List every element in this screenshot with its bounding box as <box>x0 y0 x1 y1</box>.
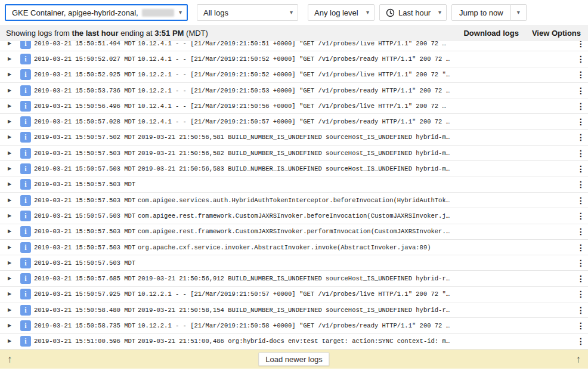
log-row[interactable]: ▶ i 2019-03-21 15:50:57.503 MDT com.apig… <box>0 224 588 240</box>
log-timestamp: 2019-03-21 15:50:57.685 MDT <box>34 275 138 282</box>
log-row[interactable]: ▶ i 2019-03-21 15:50:52.027 MDT 10.12.4.… <box>0 51 588 67</box>
status-end-time: 3:51 PM <box>154 29 184 38</box>
log-timestamp: 2019-03-21 15:50:57.503 MDT <box>34 212 138 220</box>
kebab-menu-icon[interactable]: ⋮ <box>574 321 588 330</box>
jump-to-now-button[interactable]: Jump to now <box>451 4 511 21</box>
info-severity-icon: i <box>20 41 31 49</box>
expand-arrow-icon[interactable]: ▶ <box>8 135 13 140</box>
expand-arrow-icon[interactable]: ▶ <box>8 182 13 187</box>
log-message: 2019-03-21 21:50:56,583 BUILD_NUMBER_IS_… <box>138 165 574 172</box>
info-severity-icon: i <box>20 179 31 190</box>
expand-arrow-icon[interactable]: ▶ <box>8 339 13 344</box>
kebab-menu-icon[interactable]: ⋮ <box>574 196 588 205</box>
log-name-dropdown[interactable]: All logs ▾ <box>197 4 298 21</box>
expand-arrow-icon[interactable]: ▶ <box>8 104 13 109</box>
view-options-button[interactable]: View Options <box>532 29 581 38</box>
kebab-menu-icon[interactable]: ⋮ <box>574 132 588 142</box>
kebab-menu-icon[interactable]: ⋮ <box>574 289 588 299</box>
expand-arrow-icon[interactable]: ▶ <box>8 57 13 61</box>
log-row[interactable]: ▶ i 2019-03-21 15:50:58.480 MDT 2019-03-… <box>0 302 588 318</box>
expand-arrow-icon[interactable]: ▶ <box>8 292 13 296</box>
kebab-menu-icon[interactable]: ⋮ <box>574 243 588 252</box>
expand-arrow-icon[interactable]: ▶ <box>8 214 13 218</box>
kebab-menu-icon[interactable]: ⋮ <box>574 54 588 64</box>
log-row[interactable]: ▶ i 2019-03-21 15:50:56.496 MDT 10.12.4.… <box>0 98 588 114</box>
log-message: 2019-03-21 21:50:56,582 BUILD_NUMBER_IS_… <box>138 150 574 157</box>
kebab-menu-icon[interactable]: ⋮ <box>574 41 588 48</box>
expand-arrow-icon[interactable]: ▶ <box>8 151 13 156</box>
expand-arrow-icon[interactable]: ▶ <box>8 88 13 93</box>
log-message: 10.12.2.1 - - [21/Mar/2019:21:50:58 +000… <box>138 322 574 329</box>
log-message: 10.12.4.1 - - [21/Mar/2019:21:50:56 +000… <box>138 103 574 110</box>
expand-arrow-icon[interactable]: ▶ <box>8 308 13 313</box>
log-row[interactable]: ▶ i 2019-03-21 15:50:57.685 MDT 2019-03-… <box>0 271 588 286</box>
info-severity-icon: i <box>20 258 31 268</box>
log-row[interactable]: ▶ i 2019-03-21 15:50:57.503 MDT com.apig… <box>0 193 588 208</box>
status-text: Showing logs from the last hour ending a… <box>6 29 208 38</box>
expand-arrow-icon[interactable]: ▶ <box>8 72 13 77</box>
log-row[interactable]: ▶ i 2019-03-21 15:50:52.925 MDT 10.12.2.… <box>0 67 588 83</box>
expand-arrow-icon[interactable]: ▶ <box>8 323 13 328</box>
info-severity-icon: i <box>20 163 31 174</box>
kebab-menu-icon[interactable]: ⋮ <box>574 164 588 174</box>
expand-arrow-icon[interactable]: ▶ <box>8 276 13 281</box>
log-row[interactable]: ▶ i 2019-03-21 15:50:57.503 MDT 2019-03-… <box>0 161 588 177</box>
time-range-dropdown[interactable]: Last hour ▾ <box>379 4 447 21</box>
log-timestamp: 2019-03-21 15:50:57.503 MDT <box>34 165 138 172</box>
kebab-menu-icon[interactable]: ⋮ <box>574 274 588 283</box>
resource-filter-dropdown[interactable]: GKE Container, apigee-hybrid-zonal, ▾ <box>5 4 188 21</box>
load-newer-logs-button[interactable]: Load newer logs <box>258 353 329 366</box>
log-row[interactable]: ▶ i 2019-03-21 15:50:58.735 MDT 10.12.2.… <box>0 318 588 333</box>
info-severity-icon: i <box>20 242 31 253</box>
status-suffix: (MDT) <box>184 29 208 38</box>
kebab-menu-icon[interactable]: ⋮ <box>574 149 588 158</box>
kebab-menu-icon[interactable]: ⋮ <box>574 305 588 315</box>
log-timestamp: 2019-03-21 15:50:52.027 MDT <box>34 55 138 63</box>
log-row[interactable]: ▶ i 2019-03-21 15:50:57.502 MDT 2019-03-… <box>0 130 588 146</box>
clock-icon <box>386 8 395 17</box>
log-row[interactable]: ▶ i 2019-03-21 15:50:57.925 MDT 10.12.2.… <box>0 287 588 302</box>
expand-arrow-icon[interactable]: ▶ <box>8 261 13 265</box>
log-timestamp: 2019-03-21 15:50:57.925 MDT <box>34 290 138 298</box>
time-range-label: Last hour <box>398 8 431 17</box>
scroll-up-right-icon[interactable]: ↑ <box>576 354 581 364</box>
log-row[interactable]: ▶ i 2019-03-21 15:50:51.494 MDT 10.12.4.… <box>0 41 588 51</box>
status-actions: Download logs View Options <box>463 29 581 38</box>
info-severity-icon: i <box>20 211 31 221</box>
scroll-up-left-icon[interactable]: ↑ <box>7 354 13 364</box>
log-row[interactable]: ▶ i 2019-03-21 15:51:00.596 MDT 2019-03-… <box>0 334 588 350</box>
kebab-menu-icon[interactable]: ⋮ <box>574 70 588 79</box>
log-message: com.apigee.services.auth.HybridAuthToken… <box>138 197 574 204</box>
log-message: org.apache.cxf.service.invoker.AbstractI… <box>138 244 574 251</box>
expand-arrow-icon[interactable]: ▶ <box>8 166 13 171</box>
log-row[interactable]: ▶ i 2019-03-21 15:50:57.503 MDT ⋮ <box>0 255 588 271</box>
log-row[interactable]: ▶ i 2019-03-21 15:50:57.503 MDT ⋮ <box>0 177 588 193</box>
expand-arrow-icon[interactable]: ▶ <box>8 119 13 124</box>
footer-bar: ↑ Load newer logs ↑ <box>0 350 588 369</box>
kebab-menu-icon[interactable]: ⋮ <box>574 117 588 126</box>
log-row[interactable]: ▶ i 2019-03-21 15:50:53.736 MDT 10.12.2.… <box>0 83 588 98</box>
info-severity-icon: i <box>20 148 31 159</box>
log-timestamp: 2019-03-21 15:50:51.494 MDT <box>34 41 138 47</box>
expand-arrow-icon[interactable]: ▶ <box>8 41 13 46</box>
kebab-menu-icon[interactable]: ⋮ <box>574 86 588 95</box>
log-level-dropdown[interactable]: Any log level ▾ <box>308 4 375 21</box>
log-level-label: Any log level <box>314 8 358 17</box>
log-row[interactable]: ▶ i 2019-03-21 15:50:57.503 MDT 2019-03-… <box>0 146 588 161</box>
log-row[interactable]: ▶ i 2019-03-21 15:50:57.028 MDT 10.12.4.… <box>0 114 588 129</box>
download-logs-button[interactable]: Download logs <box>463 29 518 38</box>
expand-arrow-icon[interactable]: ▶ <box>8 198 13 203</box>
log-list: ▶ i 2019-03-21 15:50:51.494 MDT 10.12.4.… <box>0 41 588 350</box>
kebab-menu-icon[interactable]: ⋮ <box>574 101 588 111</box>
kebab-menu-icon[interactable]: ⋮ <box>574 336 588 346</box>
log-row[interactable]: ▶ i 2019-03-21 15:50:57.503 MDT org.apac… <box>0 240 588 255</box>
log-row[interactable]: ▶ i 2019-03-21 15:50:57.503 MDT com.apig… <box>0 208 588 224</box>
log-message: com.apigee.rest.framework.CustomJAXRSInv… <box>138 212 574 220</box>
kebab-menu-icon[interactable]: ⋮ <box>574 227 588 236</box>
kebab-menu-icon[interactable]: ⋮ <box>574 211 588 221</box>
kebab-menu-icon[interactable]: ⋮ <box>574 180 588 189</box>
kebab-menu-icon[interactable]: ⋮ <box>574 258 588 268</box>
expand-arrow-icon[interactable]: ▶ <box>8 245 13 250</box>
jump-to-now-caret-button[interactable]: ▾ <box>511 4 527 21</box>
expand-arrow-icon[interactable]: ▶ <box>8 229 13 234</box>
